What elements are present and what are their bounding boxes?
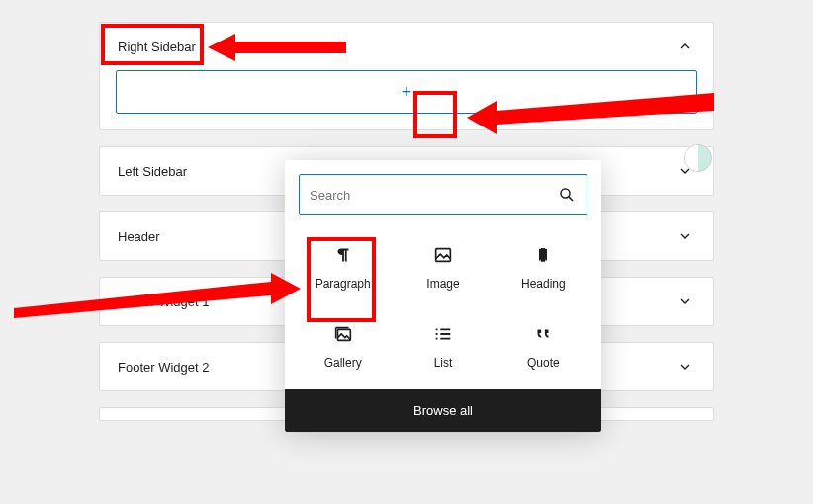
chevron-down-icon (676, 292, 695, 311)
block-label: Gallery (324, 356, 362, 370)
paragraph-icon (331, 243, 355, 267)
widget-area-title: Left Sidebar (118, 164, 187, 179)
block-item-quote[interactable]: Quote (494, 312, 593, 376)
plus-icon: + (402, 83, 412, 101)
browse-all-button[interactable]: Browse all (285, 389, 601, 432)
widget-area-title: Right Sidebar (118, 40, 196, 54)
quote-icon (531, 322, 555, 346)
block-item-heading[interactable]: Heading (494, 233, 593, 296)
heading-icon (531, 243, 555, 267)
image-icon (431, 243, 455, 267)
chevron-up-icon (676, 37, 695, 56)
block-item-image[interactable]: Image (393, 233, 493, 296)
widget-area-body: + (100, 70, 713, 129)
chevron-down-icon (676, 226, 695, 246)
svg-line-1 (569, 197, 573, 201)
list-icon (431, 322, 455, 346)
block-label: Heading (521, 277, 566, 291)
search-input[interactable] (310, 188, 557, 203)
inserter-search-area (285, 160, 601, 229)
svg-rect-2 (436, 249, 451, 262)
svg-point-0 (561, 189, 570, 198)
block-label: Quote (527, 356, 560, 370)
widget-area-title: Footer Widget 2 (118, 360, 210, 375)
widget-area-header-right-sidebar[interactable]: Right Sidebar (100, 23, 713, 70)
add-block-button[interactable]: + (116, 70, 697, 114)
browse-all-label: Browse all (413, 403, 473, 418)
block-item-paragraph[interactable]: Paragraph (293, 233, 393, 296)
widget-area-title: Footer Widget 1 (118, 294, 210, 309)
widget-area-title: Header (118, 229, 160, 244)
block-grid: Paragraph Image Heading Gallery (285, 229, 601, 389)
status-bubble (684, 144, 712, 172)
search-wrap (299, 174, 587, 215)
block-inserter: Paragraph Image Heading Gallery (285, 160, 601, 432)
block-label: Paragraph (316, 277, 371, 291)
block-label: List (434, 356, 453, 370)
chevron-down-icon (676, 357, 695, 377)
block-item-list[interactable]: List (393, 312, 493, 376)
widget-area-right-sidebar: Right Sidebar + (99, 22, 714, 130)
block-label: Image (426, 277, 459, 291)
block-item-gallery[interactable]: Gallery (293, 312, 393, 376)
gallery-icon (331, 322, 355, 346)
search-icon (557, 185, 577, 205)
